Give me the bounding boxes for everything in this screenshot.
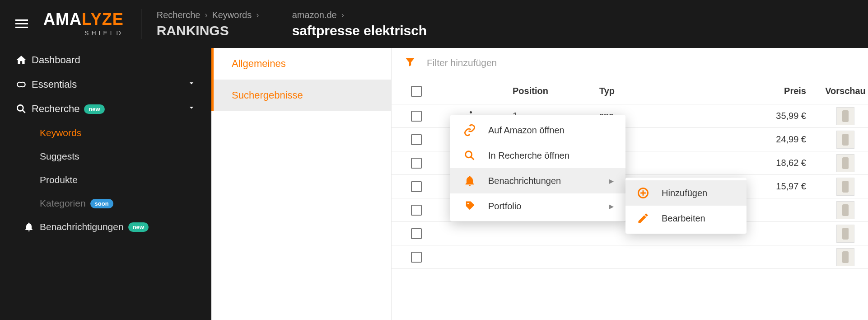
bell-icon — [462, 174, 477, 187]
chevron-right-icon: › — [205, 10, 207, 20]
svg-point-0 — [17, 105, 23, 111]
row-preview — [812, 225, 868, 243]
nav-kategorien[interactable]: Kategoriensoon — [0, 192, 211, 215]
ctx-open-amazon-label: Auf Amazon öffnen — [488, 125, 565, 136]
chevron-right-icon: › — [256, 10, 259, 20]
chevron-down-icon — [187, 103, 196, 115]
breadcrumb-title: RANKINGS — [157, 23, 274, 38]
header: AMALYZE SHIELD Recherche › Keywords › RA… — [0, 0, 868, 48]
badge-new: new — [84, 104, 104, 114]
product-thumbnail — [836, 248, 854, 266]
row-checkbox[interactable] — [411, 134, 422, 145]
col-vorschau[interactable]: Vorschau — [812, 86, 868, 96]
nav-dashboard-label: Dashboard — [32, 54, 80, 66]
subtab-allgemeines[interactable]: Allgemeines — [211, 48, 391, 80]
row-checkbox[interactable] — [411, 181, 422, 192]
table-header: Position Typ Preis Vorschau — [392, 78, 868, 104]
nav-keywords[interactable]: Keywords — [0, 121, 211, 145]
nav-recherche[interactable]: Recherche new — [0, 97, 211, 121]
context-menu: Auf Amazon öffnen In Recherche öffnen Be… — [450, 115, 625, 221]
row-checkbox[interactable] — [411, 252, 422, 263]
nav-recherche-subnav: Keywords Suggests Produkte Kategoriensoo… — [0, 121, 211, 239]
col-position[interactable]: Position — [500, 86, 599, 96]
row-preview — [812, 154, 868, 172]
product-thumbnail — [836, 131, 854, 149]
link-icon — [15, 79, 32, 90]
filter-icon — [404, 56, 416, 70]
search-icon — [462, 149, 477, 162]
submenu-edit[interactable]: Bearbeiten — [625, 206, 747, 231]
subtabs: Allgemeines Suchergebnisse — [211, 48, 392, 320]
product-thumbnail — [836, 178, 854, 196]
col-preis[interactable]: Preis — [685, 86, 812, 96]
bell-icon — [23, 221, 40, 232]
nav-recherche-label: Recherche — [32, 103, 79, 115]
row-checkbox[interactable] — [411, 228, 422, 239]
chevron-right-icon: ▸ — [609, 175, 614, 186]
nav-dashboard[interactable]: Dashboard — [0, 48, 211, 72]
logo-sub: SHIELD — [43, 29, 124, 37]
nav-suggests[interactable]: Suggests — [0, 145, 211, 168]
submenu: Hinzufügen Bearbeiten — [625, 178, 747, 234]
row-preis: 18,62 € — [685, 158, 812, 168]
home-icon — [15, 54, 32, 66]
main-content: Filter hinzufügen Position Typ Preis Vor… — [392, 48, 868, 320]
row-preis: 35,99 € — [685, 111, 812, 121]
nav-benachrichtigungen[interactable]: Benachrichtigungen new — [0, 215, 211, 239]
badge-new: new — [128, 222, 149, 232]
nav-produkte[interactable]: Produkte — [0, 168, 211, 192]
logo: AMALYZE SHIELD — [43, 11, 124, 37]
product-thumbnail — [836, 107, 854, 125]
breadcrumb-item[interactable]: Keywords — [212, 10, 252, 20]
logo-part1: AMA — [43, 10, 82, 28]
chevron-right-icon: › — [341, 10, 344, 20]
breadcrumb-keyword: amazon.de › saftpresse elektrisch — [292, 10, 427, 38]
nav-keywords-label: Keywords — [40, 127, 81, 138]
nav-benachrichtigungen-label: Benachrichtigungen — [40, 221, 124, 232]
menu-button[interactable] — [13, 15, 31, 33]
row-preis: 24,99 € — [685, 134, 812, 145]
search-icon — [15, 103, 32, 115]
header-divider — [141, 9, 141, 39]
breadcrumb-item[interactable]: amazon.de — [292, 10, 337, 20]
hamburger-icon — [15, 19, 28, 28]
submenu-add[interactable]: Hinzufügen — [625, 180, 747, 206]
col-typ[interactable]: Typ — [599, 86, 685, 96]
pencil-icon — [635, 212, 651, 225]
ctx-open-recherche[interactable]: In Recherche öffnen — [450, 143, 625, 168]
row-preview — [812, 107, 868, 125]
filter-row[interactable]: Filter hinzufügen — [392, 48, 868, 78]
table-row — [392, 245, 868, 269]
plus-circle-icon — [635, 187, 651, 199]
filter-placeholder: Filter hinzufügen — [427, 57, 497, 68]
ctx-portfolio[interactable]: Portfolio ▸ — [450, 193, 625, 219]
row-checkbox[interactable] — [411, 158, 422, 169]
product-thumbnail — [836, 225, 854, 243]
chevron-down-icon — [187, 79, 196, 90]
chevron-right-icon: ▸ — [609, 201, 614, 212]
breadcrumb-keyword-value: saftpresse elektrisch — [292, 23, 427, 38]
svg-point-2 — [467, 203, 469, 204]
row-preview — [812, 201, 868, 219]
breadcrumb-item[interactable]: Recherche — [157, 10, 201, 20]
subtab-allgemeines-label: Allgemeines — [232, 58, 286, 70]
row-preview — [812, 248, 868, 266]
nav-kategorien-label: Kategorien — [40, 198, 86, 209]
checkbox-all[interactable] — [411, 86, 422, 97]
subtab-suchergebnisse[interactable]: Suchergebnisse — [211, 80, 391, 111]
subtab-suchergebnisse-label: Suchergebnisse — [232, 89, 303, 101]
row-checkbox[interactable] — [411, 111, 422, 122]
nav-produkte-label: Produkte — [40, 174, 78, 185]
ctx-open-amazon[interactable]: Auf Amazon öffnen — [450, 118, 625, 143]
sidebar: Dashboard Essentials Recherche new Keywo… — [0, 48, 211, 320]
nav-suggests-label: Suggests — [40, 151, 79, 162]
nav-essentials[interactable]: Essentials — [0, 72, 211, 97]
ctx-portfolio-label: Portfolio — [488, 201, 521, 212]
breadcrumb-rankings: Recherche › Keywords › RANKINGS — [157, 10, 274, 38]
ctx-open-recherche-label: In Recherche öffnen — [488, 151, 569, 161]
row-checkbox[interactable] — [411, 205, 422, 216]
product-thumbnail — [836, 154, 854, 172]
link-icon — [462, 124, 477, 136]
ctx-notifications[interactable]: Benachrichtungen ▸ — [450, 168, 625, 193]
tags-icon — [462, 200, 477, 212]
